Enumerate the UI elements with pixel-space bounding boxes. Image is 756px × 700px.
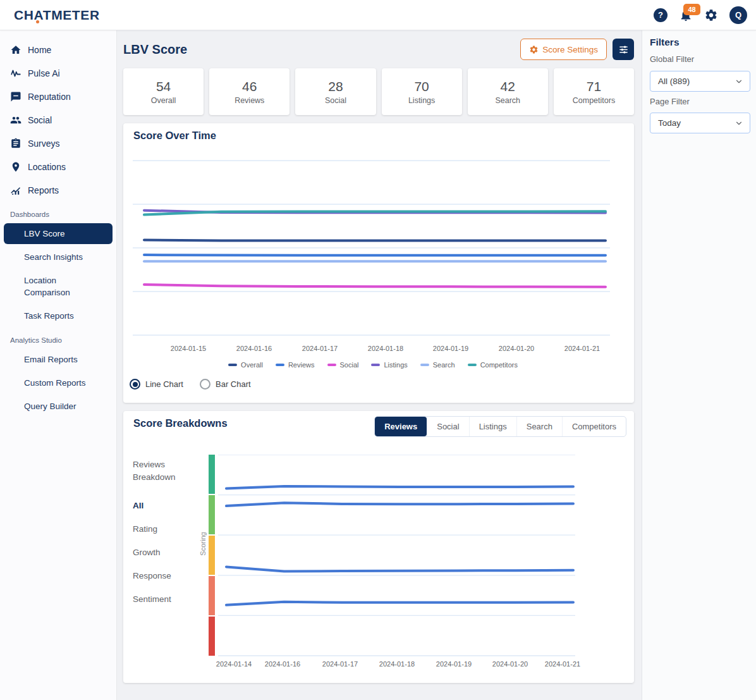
page-filter-label: Page Filter [650,97,690,106]
page-filter-value: Today [658,118,681,128]
x-tick: 2024-01-14 [216,660,252,668]
y-axis-label: Scoring [199,525,207,563]
sidebar-item-location-comparison[interactable]: Location Comparison [0,269,95,304]
global-filter-value: All (889) [658,77,690,86]
metric-all[interactable]: All [133,501,143,510]
sidebar-item-label: Reputation [28,92,71,102]
logo-orange-dot [36,20,39,23]
legend-label: Search [433,361,455,369]
x-tick: 2024-01-19 [433,345,468,352]
sidebar-nav: Home Pulse Ai Reputation Social Surveys … [0,30,117,700]
global-filter-dropdown[interactable]: All (889) [650,71,750,92]
metric-growth[interactable]: Growth [133,548,161,557]
filters-panel: Filters Global Filter All (889) Page Fil… [642,30,756,700]
tab-listings[interactable]: Listings [469,417,516,436]
x-tick: 2024-01-18 [379,660,415,668]
sidebar-item-email-reports[interactable]: Email Reports [0,348,116,371]
sidebar-item-social[interactable]: Social [0,108,116,132]
score-value: 28 [328,79,343,94]
x-tick: 2024-01-15 [171,345,206,352]
legend-item-competitors: Competitors [468,361,518,369]
metric-sentiment[interactable]: Sentiment [133,594,171,604]
tab-competitors[interactable]: Competitors [562,417,626,436]
score-value: 71 [587,79,601,94]
tab-reviews[interactable]: Reviews [375,417,427,436]
sidebar-item-label: Social [28,115,52,125]
panel-label-line1: Reviews [133,458,176,471]
sidebar-item-surveys[interactable]: Surveys [0,132,116,155]
sidebar-item-query-builder[interactable]: Query Builder [0,395,116,418]
page-title: LBV Score [123,42,187,57]
score-over-time-title: Score Over Time [133,130,216,142]
radio-selected-icon [130,379,140,390]
clipboard-icon [10,138,21,149]
legend-label: Listings [384,361,407,369]
score-card-listings: 70 Listings [382,68,462,115]
legend-item-search: Search [420,361,455,369]
pulse-waveform-icon [10,68,21,79]
legend-item-social: Social [327,361,359,369]
score-summary-cards: 54 Overall 46 Reviews 28 Social 70 Listi… [123,68,634,115]
score-card-search: 42 Search [468,68,548,115]
tune-sliders-icon [618,44,629,55]
chevron-down-icon [735,119,743,128]
bar-chart-radio[interactable]: Bar Chart [200,379,251,390]
metric-rating[interactable]: Rating [133,524,157,534]
breakdown-x-axis: 2024-01-14 2024-01-16 2024-01-17 2024-01… [218,660,575,669]
chart-filter-button[interactable] [613,39,634,60]
filters-title: Filters [650,37,680,48]
settings-gear-icon[interactable] [704,8,718,22]
scale-segment-excellent [209,455,215,494]
legend-label: Social [340,361,359,369]
notification-badge: 48 [683,4,700,15]
help-icon[interactable]: ? [654,8,668,22]
line-chart-radio[interactable]: Line Chart [130,379,183,390]
tab-social[interactable]: Social [427,417,468,436]
main-content: LBV Score Score Settings 54 Overall [117,30,642,700]
scale-segment-good [209,495,215,534]
tab-search[interactable]: Search [516,417,562,436]
score-value: 46 [242,79,257,94]
legend-item-reviews: Reviews [276,361,315,369]
sidebar-item-task-reports[interactable]: Task Reports [0,304,116,328]
legend-swatch-search [420,364,429,366]
sidebar-item-home[interactable]: Home [0,38,116,61]
legend-swatch-reviews [276,364,284,366]
score-value: 70 [414,79,429,94]
breakdown-panel-label: Reviews Breakdown [133,458,176,484]
header-actions: ? 48 Q [654,6,747,24]
sidebar-item-reports[interactable]: Reports [0,178,116,202]
scale-segment-poor [209,576,215,615]
score-label: Reviews [235,96,264,105]
legend-swatch-listings [371,364,380,366]
legend-label: Reviews [288,361,315,369]
avatar-initial: Q [735,10,741,20]
sidebar-item-custom-reports[interactable]: Custom Reports [0,371,116,395]
sidebar-item-search-insights[interactable]: Search Insights [0,245,116,269]
legend-label: Overall [241,361,263,369]
x-tick: 2024-01-21 [545,660,580,668]
score-settings-gear-icon [529,45,539,54]
metric-response[interactable]: Response [133,571,171,580]
chat-bubble-icon [10,91,21,102]
help-glyph: ? [658,10,663,20]
sidebar-section-analytics-studio: Analytics Studio [0,328,116,348]
legend-swatch-competitors [468,364,477,366]
score-settings-button[interactable]: Score Settings [520,39,607,60]
scale-segment-average [209,536,215,575]
sidebar-item-pulse-ai[interactable]: Pulse Ai [0,61,116,85]
user-avatar[interactable]: Q [729,6,747,24]
page-filter-dropdown[interactable]: Today [650,113,750,133]
sidebar-item-lbv-score[interactable]: LBV Score [4,223,113,244]
notifications-button[interactable]: 48 [679,8,693,22]
sidebar-item-locations[interactable]: Locations [0,155,116,178]
score-label: Search [495,96,520,105]
page-header: LBV Score Score Settings [123,39,634,60]
page-actions: Score Settings [520,39,634,60]
scale-segment-bad [209,617,215,656]
reports-chart-icon [10,185,21,196]
sidebar-item-reputation[interactable]: Reputation [0,85,116,108]
radio-unselected-icon [200,379,210,390]
panel-label-line2: Breakdown [133,471,176,484]
x-tick: 2024-01-19 [436,660,472,668]
